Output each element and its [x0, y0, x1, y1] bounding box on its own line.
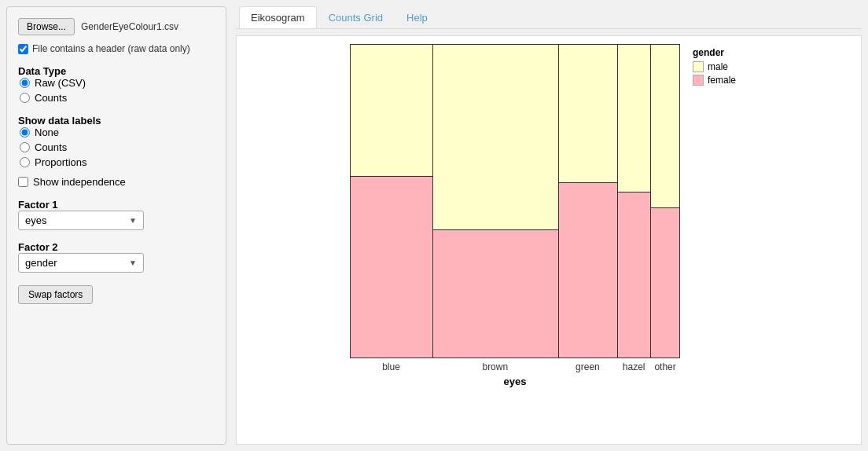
show-labels-radio-group: None Counts Proportions [18, 126, 215, 168]
cell-male-other [651, 45, 680, 208]
factor1-section: Factor 1 eyes ▼ [18, 196, 215, 230]
eikosogram-wrapper: bluebrowngreenhazelother eyes gender mal… [350, 44, 748, 387]
mosaic-col-brown [433, 45, 559, 358]
data-type-section: Data Type Raw (CSV) Counts [18, 62, 215, 104]
factor1-label: Factor 1 [18, 199, 215, 211]
x-label-other: other [650, 361, 680, 372]
eiko-chart: bluebrowngreenhazelother eyes [350, 44, 680, 387]
show-labels-title: Show data labels [18, 115, 215, 126]
legend-title: gender [693, 47, 748, 58]
tab-bar: Eikosogram Counts Grid Help [236, 6, 862, 29]
legend-label-male: male [708, 61, 728, 72]
cell-male-brown [433, 45, 558, 230]
legend: gender male female [693, 44, 748, 88]
file-row: Browse... GenderEyeColour1.csv [18, 18, 215, 35]
legend-swatch-female [693, 75, 704, 86]
radio-none-input[interactable] [20, 127, 30, 138]
factor1-select[interactable]: eyes ▼ [18, 211, 144, 230]
browse-button[interactable]: Browse... [18, 18, 75, 35]
legend-item-male: male [693, 61, 748, 72]
factor1-value: eyes [25, 214, 46, 226]
factor2-label: Factor 2 [18, 241, 215, 253]
cell-female-green [559, 183, 618, 358]
right-panel: Eikosogram Counts Grid Help bluebrowngre… [233, 0, 868, 451]
legend-item-female: female [693, 75, 748, 86]
cell-male-green [559, 45, 618, 183]
factor1-dropdown-arrow-icon: ▼ [129, 216, 137, 225]
radio-raw-csv-input[interactable] [20, 78, 30, 88]
x-label-hazel: hazel [617, 361, 650, 372]
radio-raw-csv-label: Raw (CSV) [35, 77, 86, 89]
tab-eikosogram[interactable]: Eikosogram [239, 6, 317, 28]
factor2-value: gender [25, 257, 57, 269]
x-axis-labels: bluebrowngreenhazelother [350, 361, 680, 372]
tab-help[interactable]: Help [395, 6, 440, 28]
cell-male-hazel [618, 45, 650, 192]
cell-female-other [651, 208, 680, 358]
radio-proportions-input[interactable] [20, 157, 30, 167]
radio-proportions-label: Proportions [35, 156, 86, 168]
cell-male-blue [351, 45, 432, 177]
radio-counts-input[interactable] [20, 93, 30, 103]
cell-female-brown [433, 230, 558, 358]
radio-proportions: Proportions [20, 156, 215, 168]
radio-none: None [20, 126, 215, 138]
legend-label-female: female [708, 75, 736, 86]
show-independence-checkbox[interactable] [18, 177, 28, 187]
left-panel: Browse... GenderEyeColour1.csv File cont… [6, 6, 226, 445]
factor2-select[interactable]: gender ▼ [18, 253, 144, 273]
mosaic-col-hazel [618, 45, 651, 358]
radio-counts-label-input[interactable] [20, 142, 30, 152]
mosaic-col-green [559, 45, 619, 358]
show-independence-label: Show independence [33, 176, 126, 188]
legend-swatch-male [693, 61, 704, 72]
factor2-section: Factor 2 gender ▼ [18, 238, 215, 273]
radio-counts: Counts [20, 92, 215, 104]
data-type-title: Data Type [18, 65, 215, 77]
show-labels-section: Show data labels None Counts Proportions [18, 112, 215, 168]
x-label-green: green [558, 361, 618, 372]
header-checkbox-row: File contains a header (raw data only) [18, 43, 215, 54]
x-label-brown: brown [432, 361, 558, 372]
cell-female-blue [351, 177, 432, 358]
tab-counts-grid[interactable]: Counts Grid [317, 6, 395, 28]
header-checkbox[interactable] [18, 44, 28, 54]
radio-counts-label-option: Counts [20, 141, 215, 153]
radio-counts-label: Counts [35, 92, 67, 104]
radio-none-label: None [35, 126, 59, 138]
header-checkbox-label: File contains a header (raw data only) [32, 43, 190, 54]
cell-female-hazel [618, 192, 650, 358]
mosaic-chart [350, 44, 680, 358]
mosaic-col-other [651, 45, 680, 358]
radio-counts-label: Counts [35, 141, 67, 153]
show-independence-row: Show independence [18, 176, 215, 188]
factor2-dropdown-arrow-icon: ▼ [129, 258, 137, 267]
data-type-radio-group: Raw (CSV) Counts [18, 77, 215, 104]
file-name-label: GenderEyeColour1.csv [81, 21, 178, 32]
swap-factors-button[interactable]: Swap factors [18, 285, 93, 304]
radio-raw-csv: Raw (CSV) [20, 77, 215, 89]
mosaic-col-blue [351, 45, 433, 358]
chart-area: bluebrowngreenhazelother eyes gender mal… [236, 35, 862, 445]
x-label-blue: blue [350, 361, 432, 372]
x-axis-title: eyes [504, 376, 527, 387]
